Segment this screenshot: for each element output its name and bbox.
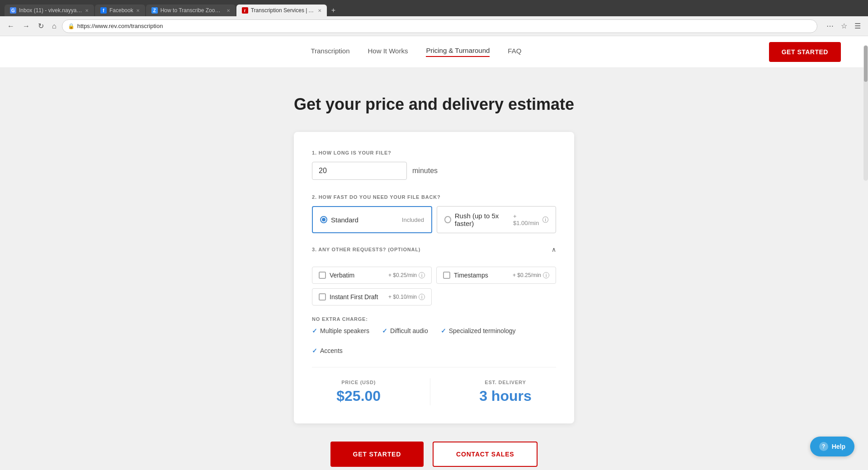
- page-heading: Get your price and delivery estimate: [294, 95, 574, 114]
- contact-sales-button[interactable]: CONTACT SALES: [433, 442, 538, 467]
- chevron-up-icon[interactable]: ∧: [552, 246, 556, 253]
- price-block: PRICE (USD) $25.00: [336, 380, 381, 404]
- check-icon-accents: ✓: [312, 347, 317, 354]
- speed-standard-left: Standard: [320, 216, 359, 224]
- speed-options: Standard Included Rush (up to 5x faster)…: [312, 206, 556, 233]
- speed-rush-label: Rush (up to 5x faster): [455, 212, 513, 227]
- tab-inbox[interactable]: G Inbox (11) - vivek.nayyar1107@... ✕: [5, 5, 94, 16]
- price-value: $25.00: [336, 388, 381, 404]
- feature-specialized-terminology: ✓ Specialized terminology: [441, 327, 516, 334]
- tab-close-facebook[interactable]: ✕: [136, 8, 140, 13]
- checkbox-verbatim-box: [319, 272, 326, 279]
- delivery-value: 3 hours: [479, 388, 532, 404]
- card-divider: [312, 367, 556, 367]
- tab-rev[interactable]: r Transcription Services | Audio &... ✕: [236, 5, 327, 16]
- checkbox-instant-left: Instant First Draft: [319, 293, 378, 301]
- checkbox-grid: Verbatim + $0.25/min i Timestamps + $0.2…: [312, 267, 556, 306]
- checkbox-timestamps-label: Timestamps: [454, 272, 488, 279]
- home-button[interactable]: ⌂: [49, 20, 59, 32]
- scrollbar[interactable]: [863, 45, 868, 181]
- step2-label: 2. HOW FAST DO YOU NEED YOUR FILE BACK?: [312, 194, 556, 200]
- speed-standard[interactable]: Standard Included: [312, 206, 432, 233]
- checkbox-timestamps[interactable]: Timestamps + $0.25/min i: [436, 267, 556, 284]
- speed-standard-label: Standard: [331, 216, 359, 224]
- checkbox-verbatim-label: Verbatim: [330, 272, 354, 279]
- url-text: https://www.rev.com/transcription: [77, 23, 811, 29]
- bookmarks-button[interactable]: ⋯: [824, 20, 836, 32]
- address-bar[interactable]: 🔒 https://www.rev.com/transcription: [62, 19, 817, 33]
- tab-close-zoom[interactable]: ✕: [226, 8, 230, 13]
- speed-rush-left: Rush (up to 5x faster): [444, 212, 513, 227]
- checkbox-verbatim-left: Verbatim: [319, 272, 354, 279]
- nav-faq[interactable]: FAQ: [508, 47, 521, 56]
- nav-how-it-works[interactable]: How It Works: [368, 47, 408, 56]
- checkbox-instant-label: Instant First Draft: [330, 293, 378, 301]
- tab-facebook-label: Facebook: [109, 7, 133, 14]
- speed-standard-tag: Included: [402, 216, 424, 223]
- help-button[interactable]: ? Help: [810, 437, 854, 456]
- forward-button[interactable]: →: [20, 20, 33, 32]
- checkbox-verbatim-right: + $0.25/min i: [388, 272, 425, 278]
- new-tab-button[interactable]: +: [328, 5, 339, 16]
- tab-zoom[interactable]: Z How to Transcribe Zoom Reco... ✕: [146, 5, 236, 16]
- tab-close-rev[interactable]: ✕: [318, 8, 321, 13]
- checkbox-instant-price: + $0.10/min: [388, 294, 417, 300]
- verbatim-info-icon[interactable]: i: [419, 272, 425, 278]
- speed-rush[interactable]: Rush (up to 5x faster) + $1.00/min i: [437, 206, 556, 233]
- feature-speakers-label: Multiple speakers: [320, 327, 369, 334]
- step1-label: 1. HOW LONG IS YOUR FILE?: [312, 150, 556, 155]
- no-extra-label: NO EXTRA CHARGE:: [312, 316, 556, 322]
- menu-button[interactable]: ☰: [852, 20, 863, 32]
- checkbox-timestamps-left: Timestamps: [443, 272, 488, 279]
- rush-info-icon[interactable]: i: [542, 216, 548, 223]
- tab-zoom-label: How to Transcribe Zoom Reco...: [160, 7, 224, 14]
- tab-favicon-inbox: G: [10, 7, 16, 14]
- checkbox-instant-draft[interactable]: Instant First Draft + $0.10/min i: [312, 288, 432, 306]
- cta-row: GET STARTED CONTACT SALES: [330, 442, 538, 467]
- extensions-button[interactable]: ☆: [838, 20, 850, 32]
- checkbox-verbatim[interactable]: Verbatim + $0.25/min i: [312, 267, 432, 284]
- scrollbar-thumb[interactable]: [864, 46, 868, 82]
- help-label: Help: [832, 443, 845, 450]
- step3-label: 3. ANY OTHER REQUESTS? (OPTIONAL): [312, 247, 420, 252]
- calculator-card: 1. HOW LONG IS YOUR FILE? minutes 2. HOW…: [294, 132, 574, 423]
- check-icon-terminology: ✓: [441, 327, 446, 334]
- refresh-button[interactable]: ↻: [35, 20, 47, 32]
- step1-section: 1. HOW LONG IS YOUR FILE? minutes: [312, 150, 556, 180]
- tab-close-inbox[interactable]: ✕: [85, 8, 89, 13]
- features-row: ✓ Multiple speakers ✓ Difficult audio ✓ …: [312, 327, 556, 354]
- lock-icon: 🔒: [68, 23, 75, 29]
- nav-get-started-button[interactable]: GET STARTED: [769, 42, 841, 62]
- back-button[interactable]: ←: [5, 20, 17, 32]
- tab-facebook[interactable]: f Facebook ✕: [95, 5, 145, 16]
- tab-bar: G Inbox (11) - vivek.nayyar1107@... ✕ f …: [0, 0, 868, 16]
- nav-links: Transcription How It Works Pricing & Tur…: [311, 47, 521, 57]
- nav-transcription[interactable]: Transcription: [311, 47, 349, 56]
- site-nav: Transcription How It Works Pricing & Tur…: [0, 36, 868, 68]
- feature-accents: ✓ Accents: [312, 347, 343, 354]
- radio-rush: [444, 216, 451, 223]
- browser-toolbar: ← → ↻ ⌂ 🔒 https://www.rev.com/transcript…: [0, 16, 868, 36]
- tab-rev-label: Transcription Services | Audio &...: [251, 7, 315, 14]
- tab-favicon-facebook: f: [100, 7, 107, 14]
- feature-terminology-label: Specialized terminology: [449, 327, 516, 334]
- speed-rush-right: + $1.00/min i: [513, 213, 548, 226]
- feature-difficult-audio: ✓ Difficult audio: [382, 327, 428, 334]
- file-length-input[interactable]: [312, 162, 407, 180]
- tab-favicon-zoom: Z: [151, 7, 158, 14]
- checkbox-verbatim-price: + $0.25/min: [388, 272, 417, 278]
- radio-standard: [320, 216, 327, 223]
- checkbox-instant-box: [319, 293, 326, 301]
- file-input-unit: minutes: [412, 167, 438, 175]
- no-extra-section: NO EXTRA CHARGE: ✓ Multiple speakers ✓ D…: [312, 316, 556, 354]
- nav-pricing-turnaround[interactable]: Pricing & Turnaround: [426, 47, 490, 57]
- feature-audio-label: Difficult audio: [390, 327, 428, 334]
- optional-header: 3. ANY OTHER REQUESTS? (OPTIONAL) ∧: [312, 246, 556, 253]
- timestamps-info-icon[interactable]: i: [543, 272, 549, 278]
- instant-info-icon[interactable]: i: [419, 294, 425, 300]
- checkbox-instant-right: + $0.10/min i: [388, 294, 425, 300]
- get-started-button[interactable]: GET STARTED: [330, 442, 424, 467]
- tab-favicon-rev: r: [242, 7, 248, 14]
- price-label: PRICE (USD): [336, 380, 381, 385]
- checkbox-timestamps-price: + $0.25/min: [513, 272, 541, 278]
